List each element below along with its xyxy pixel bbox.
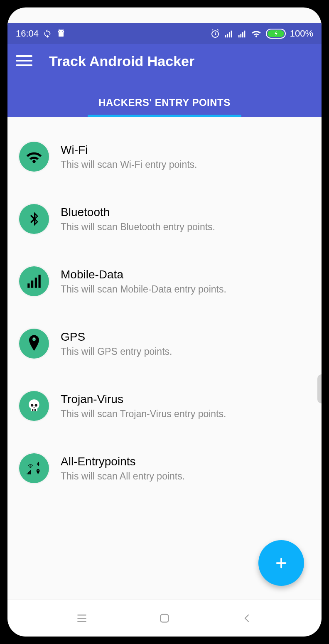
svg-rect-1 (225, 35, 226, 38)
svg-point-17 (31, 404, 33, 406)
list-item-trojan[interactable]: Trojan-Virus This will scan Trojan-Virus… (7, 383, 322, 429)
battery-icon (266, 29, 286, 39)
item-title: Trojan-Virus (61, 393, 310, 406)
svg-rect-6 (240, 34, 241, 37)
list-item-all[interactable]: All-Entrypoints This will scan All entry… (7, 445, 322, 492)
skull-icon (19, 391, 49, 421)
bluetooth-icon (19, 204, 49, 234)
item-desc: This will scan Trojan-Virus entry points… (61, 408, 310, 420)
android-icon (56, 29, 66, 39)
item-desc: This will GPS entry points. (61, 346, 310, 357)
status-bar: 16:04 100% (7, 23, 322, 44)
battery-percent: 100% (290, 28, 313, 39)
scroll-indicator[interactable] (317, 374, 322, 403)
sync-icon (43, 29, 52, 38)
svg-point-26 (38, 470, 39, 471)
svg-rect-13 (31, 280, 33, 288)
item-title: Bluetooth (61, 206, 310, 219)
svg-rect-2 (227, 34, 228, 37)
svg-rect-19 (32, 409, 33, 411)
tab-entry-points[interactable]: HACKERS' ENTRY POINTS (79, 89, 250, 117)
svg-rect-23 (28, 472, 29, 474)
svg-rect-5 (238, 35, 240, 38)
wifi-icon (251, 28, 262, 39)
list-item-bluetooth[interactable]: Bluetooth This will scan Bluetooth entry… (7, 196, 322, 242)
svg-rect-21 (35, 409, 36, 411)
svg-rect-32 (161, 614, 169, 622)
recent-apps-button[interactable] (74, 611, 89, 626)
list-item-gps[interactable]: GPS This will GPS entry points. (7, 320, 322, 367)
svg-rect-14 (35, 278, 37, 288)
status-time: 16:04 (16, 28, 39, 39)
item-desc: This will scan Bluetooth entry points. (61, 221, 310, 233)
svg-rect-22 (27, 473, 28, 474)
home-button[interactable] (157, 611, 172, 626)
svg-rect-8 (244, 31, 245, 38)
all-entrypoints-icon (19, 453, 49, 483)
item-title: Mobile-Data (61, 268, 310, 281)
wifi-icon (19, 142, 49, 172)
list-item-mobile-data[interactable]: Mobile-Data This will scan Mobile-Data e… (7, 258, 322, 305)
item-title: Wi-Fi (61, 143, 310, 157)
content-area: Wi-Fi This will scan Wi-Fi entry points.… (7, 117, 322, 599)
signal-2-icon (238, 29, 247, 38)
system-nav-bar (7, 599, 322, 637)
add-button[interactable] (258, 540, 304, 586)
item-desc: This will scan Wi-Fi entry points. (61, 159, 310, 170)
alarm-icon (210, 29, 220, 39)
svg-rect-12 (27, 283, 29, 288)
svg-rect-7 (242, 32, 243, 37)
app-bar: Track Android Hacker HACKERS' ENTRY POIN… (7, 44, 322, 117)
svg-rect-4 (231, 31, 232, 38)
mobile-data-icon (19, 266, 49, 296)
svg-point-18 (35, 404, 37, 406)
back-button[interactable] (240, 611, 255, 626)
svg-rect-25 (30, 470, 31, 474)
item-title: All-Entrypoints (61, 455, 310, 468)
item-desc: This will scan All entry points. (61, 471, 310, 482)
list-item-wifi[interactable]: Wi-Fi This will scan Wi-Fi entry points. (7, 133, 322, 180)
svg-rect-24 (29, 471, 30, 474)
svg-rect-3 (229, 32, 230, 37)
gps-icon (19, 329, 49, 359)
menu-button[interactable] (16, 54, 32, 69)
svg-rect-20 (34, 409, 34, 411)
page-title: Track Android Hacker (49, 53, 194, 69)
svg-rect-15 (39, 275, 41, 288)
signal-1-icon (224, 29, 233, 38)
item-desc: This will scan Mobile-Data entry points. (61, 284, 310, 295)
item-title: GPS (61, 330, 310, 344)
